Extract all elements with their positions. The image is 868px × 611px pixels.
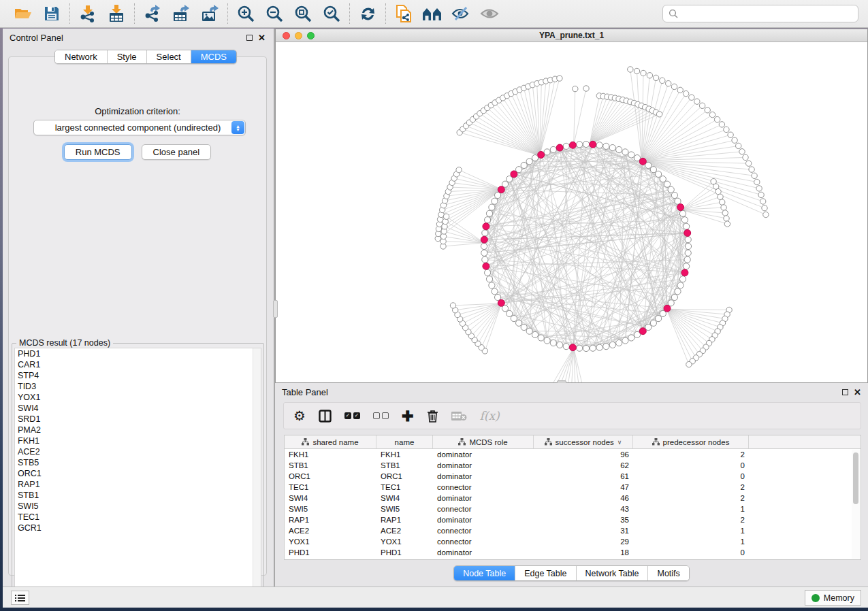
- table-row[interactable]: TEC1TEC1connector472: [285, 482, 861, 493]
- column-header-name[interactable]: name: [376, 435, 433, 448]
- delete-table-icon[interactable]: [451, 411, 467, 421]
- table-cell: SWI4: [376, 494, 433, 502]
- clone-network-button[interactable]: [393, 4, 414, 23]
- zoom-selected-button[interactable]: [321, 4, 342, 23]
- mcds-result-item[interactable]: CAR1: [15, 359, 261, 370]
- mcds-result-item[interactable]: STB5: [15, 457, 261, 468]
- table-cell: TEC1: [376, 483, 433, 491]
- mcds-result-item[interactable]: SRD1: [15, 414, 261, 425]
- search-box[interactable]: [662, 5, 858, 22]
- table-row[interactable]: SWI5SWI5connector431: [285, 503, 861, 514]
- tab-network-table[interactable]: Network Table: [577, 566, 649, 580]
- mcds-result-item[interactable]: ORC1: [15, 468, 261, 479]
- table-row[interactable]: ACE2ACE2connector311: [285, 525, 861, 536]
- save-session-button[interactable]: [42, 4, 62, 23]
- close-panel-button[interactable]: Close panel: [142, 144, 212, 160]
- deselect-all-checkboxes-icon[interactable]: [373, 412, 389, 419]
- search-input[interactable]: [682, 9, 852, 18]
- mcds-result-item[interactable]: PHD1: [15, 348, 261, 359]
- first-neighbors-button[interactable]: [422, 4, 443, 23]
- mcds-list-scrollbar[interactable]: [253, 348, 261, 591]
- mcds-result-item[interactable]: TID3: [15, 381, 261, 392]
- zoom-fit-button[interactable]: [293, 4, 313, 23]
- splitter-handle-left[interactable]: [273, 300, 278, 318]
- zoom-selected-icon: [323, 5, 340, 22]
- mcds-result-list[interactable]: PHD1CAR1STP4TID3YOX1SWI4SRD1PMA2FKH1ACE2…: [14, 348, 261, 592]
- export-network-button[interactable]: [142, 4, 163, 23]
- column-header-shared-name[interactable]: shared name: [285, 435, 376, 448]
- mcds-result-item[interactable]: STP4: [15, 370, 261, 381]
- show-all-button[interactable]: [479, 4, 500, 23]
- table-cell: ORC1: [376, 472, 433, 480]
- mcds-result-item[interactable]: RAP1: [15, 479, 261, 490]
- mcds-result-item[interactable]: STB1: [15, 490, 261, 501]
- zoom-in-icon: [237, 5, 255, 22]
- float-panel-icon[interactable]: [842, 389, 848, 395]
- add-column-icon[interactable]: ✚: [402, 409, 414, 423]
- export-image-button[interactable]: [199, 4, 220, 23]
- table-row[interactable]: STB1STB1dominator620: [285, 460, 861, 471]
- float-panel-icon[interactable]: [246, 35, 253, 41]
- table-row[interactable]: FKH1FKH1dominator962: [285, 449, 861, 460]
- import-network-button[interactable]: [78, 4, 98, 23]
- mcds-result-item[interactable]: SWI4: [15, 403, 261, 414]
- hide-selected-button[interactable]: [451, 4, 471, 23]
- mcds-result-item[interactable]: ACE2: [15, 446, 261, 457]
- mcds-result-item[interactable]: TEC1: [15, 512, 261, 523]
- table-cell: STB1: [285, 461, 376, 469]
- table-row[interactable]: SWI4SWI4dominator462: [285, 493, 861, 503]
- tab-mcds[interactable]: MCDS: [191, 50, 236, 63]
- delete-column-trash-icon[interactable]: [427, 410, 438, 423]
- table-cell: YOX1: [285, 538, 376, 546]
- column-view-icon[interactable]: [319, 410, 332, 423]
- mcds-result-item[interactable]: FKH1: [15, 435, 261, 446]
- table-row[interactable]: RAP1RAP1dominator352: [285, 514, 861, 525]
- open-file-button[interactable]: [13, 4, 33, 23]
- select-all-checkboxes-icon[interactable]: ✓✓: [344, 412, 360, 419]
- table-cell: 2: [633, 516, 749, 524]
- table-scrollbar-thumb[interactable]: [853, 452, 858, 504]
- refresh-button[interactable]: [357, 4, 378, 23]
- table-cell: 31: [534, 527, 633, 535]
- table-settings-gear-icon[interactable]: ⚙: [293, 409, 306, 423]
- table-cell: 0: [633, 548, 749, 557]
- column-label: predecessor nodes: [663, 438, 730, 446]
- import-table-button[interactable]: [106, 4, 127, 23]
- tab-style[interactable]: Style: [108, 50, 147, 63]
- table-cell: 1: [633, 505, 749, 513]
- run-mcds-button[interactable]: Run MCDS: [64, 144, 132, 160]
- tab-edge-table[interactable]: Edge Table: [515, 566, 576, 580]
- optimization-criterion-select[interactable]: largest connected component (undirected)…: [33, 120, 246, 135]
- control-panel-header: Control Panel ✕: [3, 29, 272, 46]
- tab-network[interactable]: Network: [55, 50, 108, 63]
- column-header-predecessor-nodes[interactable]: predecessor nodes: [633, 435, 749, 448]
- mcds-result-item[interactable]: GCR1: [15, 523, 261, 533]
- table-scrollbar[interactable]: [852, 450, 860, 559]
- zoom-in-button[interactable]: [236, 4, 256, 23]
- column-header-successor-nodes[interactable]: successor nodes ∨: [534, 435, 633, 448]
- table-cell: 2: [633, 494, 749, 502]
- export-table-button[interactable]: [171, 4, 191, 23]
- task-history-button[interactable]: [11, 591, 29, 605]
- function-builder-icon[interactable]: f(x): [480, 409, 500, 423]
- mcds-result-item[interactable]: SWI5: [15, 501, 261, 512]
- tab-select[interactable]: Select: [147, 50, 191, 63]
- memory-button[interactable]: Memory: [805, 590, 861, 606]
- network-canvas[interactable]: [276, 42, 867, 382]
- tab-motifs[interactable]: Motifs: [648, 566, 688, 580]
- network-window-titlebar[interactable]: YPA_prune.txt_1: [276, 29, 867, 42]
- mcds-result-item[interactable]: PMA2: [15, 425, 261, 435]
- export-image-icon: [201, 5, 219, 22]
- close-panel-icon[interactable]: ✕: [854, 388, 861, 397]
- close-panel-icon[interactable]: ✕: [258, 33, 266, 42]
- column-header-mcds-role[interactable]: MCDS role: [433, 435, 534, 448]
- mcds-result-item[interactable]: YOX1: [15, 392, 261, 403]
- table-row[interactable]: PHD1PHD1dominator180: [285, 547, 861, 558]
- table-row[interactable]: ORC1ORC1dominator610: [285, 471, 861, 482]
- tab-node-table[interactable]: Node Table: [454, 566, 515, 580]
- control-panel-title: Control Panel: [10, 33, 63, 43]
- table-cell: PHD1: [285, 548, 376, 557]
- table-row[interactable]: YOX1YOX1connector291: [285, 536, 861, 547]
- table-cell: SWI5: [285, 505, 376, 513]
- zoom-out-button[interactable]: [264, 4, 285, 23]
